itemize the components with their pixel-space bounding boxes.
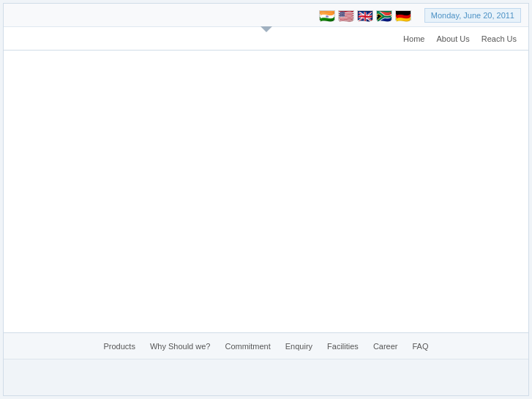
dropdown-arrow-icon (261, 26, 272, 32)
footer-products-link[interactable]: Products (103, 342, 135, 351)
footer-faq-link[interactable]: FAQ (413, 342, 429, 351)
flags-container: 🇮🇳 🇺🇸 🇬🇧 🇿🇦 🇩🇪 (319, 10, 411, 20)
outer-wrapper: 🇮🇳 🇺🇸 🇬🇧 🇿🇦 🇩🇪 Monday, June 20, 2011 Hom… (0, 0, 532, 399)
footer-commitment-link[interactable]: Commitment (225, 342, 270, 351)
page-container: 🇮🇳 🇺🇸 🇬🇧 🇿🇦 🇩🇪 Monday, June 20, 2011 Hom… (3, 3, 529, 396)
footer-bar: Products Why Should we? Commitment Enqui… (4, 332, 528, 359)
footer-enquiry-link[interactable]: Enquiry (285, 342, 312, 351)
nav-reach-link[interactable]: Reach Us (477, 33, 521, 45)
nav-home-link[interactable]: Home (399, 33, 429, 45)
footer-why-link[interactable]: Why Should we? (150, 342, 211, 351)
flag-uk[interactable]: 🇬🇧 (357, 10, 373, 20)
main-content (4, 51, 528, 299)
top-bar: 🇮🇳 🇺🇸 🇬🇧 🇿🇦 🇩🇪 Monday, June 20, 2011 (4, 4, 528, 27)
flag-germany[interactable]: 🇩🇪 (395, 10, 411, 20)
nav-about-link[interactable]: About Us (432, 33, 473, 45)
nav-bar: Home About Us Reach Us (4, 27, 528, 51)
flag-india[interactable]: 🇮🇳 (319, 10, 335, 20)
footer-career-link[interactable]: Career (373, 342, 398, 351)
bottom-strip (4, 359, 528, 395)
flag-usa[interactable]: 🇺🇸 (338, 10, 354, 20)
flag-south-africa[interactable]: 🇿🇦 (376, 10, 392, 20)
date-display: Monday, June 20, 2011 (424, 8, 521, 23)
footer-facilities-link[interactable]: Facilities (327, 342, 359, 351)
